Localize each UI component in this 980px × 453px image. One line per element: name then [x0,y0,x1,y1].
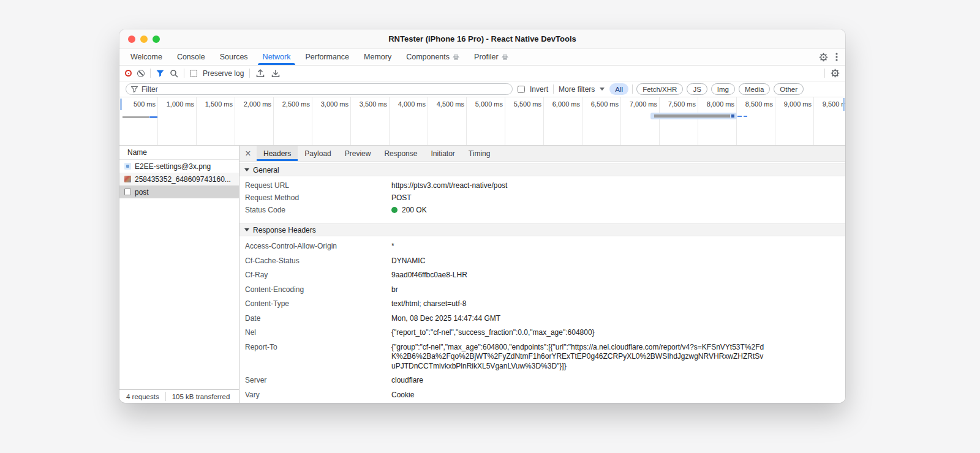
network-settings-gear-icon[interactable] [831,69,840,78]
chevron-down-icon [600,88,605,91]
tab-memory[interactable]: Memory [356,49,399,65]
filter-chip-media[interactable]: Media [739,83,770,95]
detail-tab-preview[interactable]: Preview [338,146,378,161]
tab-label: Network [263,53,291,61]
header-value: DYNAMIC [391,256,845,266]
waterfall-edge-right [843,98,845,111]
section-header-response-headers[interactable]: Response Headers [239,223,845,236]
collapse-triangle-icon [244,168,249,171]
search-icon[interactable] [170,69,178,78]
filter-input[interactable] [141,85,507,94]
filter-chip-other[interactable]: Other [774,83,804,95]
tab-network[interactable]: Network [255,49,298,65]
kebab-menu-icon[interactable] [835,52,838,62]
timeline-tick: 3,500 ms [351,97,390,145]
minimize-window-button[interactable] [140,36,148,43]
timeline-tick: 5,000 ms [467,97,505,145]
timeline-ruler: 500 ms1,000 ms1,500 ms2,000 ms2,500 ms3,… [119,97,845,145]
invert-label: Invert [530,85,548,94]
timeline-tick: 7,500 ms [660,97,698,145]
waterfall-bar-early-blue [149,116,157,118]
react-atom-icon [453,54,459,61]
toolbar-divider [184,69,184,78]
window-title: RNTester (iPhone 16 Pro) - React Native … [119,34,845,43]
request-row-258435352-648609743160[interactable]: 258435352_648609743160... [119,173,239,185]
request-row-e2ee-settings-3x-png[interactable]: E2EE-settings@3x.png [119,160,239,173]
filter-funnel-icon[interactable] [156,70,164,77]
filter-chip-img[interactable]: Img [711,83,735,95]
name-column-header[interactable]: Name [119,146,239,160]
timeline-tick: 6,500 ms [582,97,621,145]
section-title: General [253,166,279,174]
traffic-lights [119,36,160,43]
request-list-rows: E2EE-settings@3x.png258435352_6486097431… [119,160,239,389]
react-atom-icon [502,54,508,61]
header-name: Server [239,376,391,386]
detail-tab-timing[interactable]: Timing [462,146,497,161]
status-divider [165,392,166,401]
header-row: Nel{"report_to":"cf-nel","success_fracti… [239,326,845,340]
tab-label: Components [406,53,450,61]
document-icon [124,189,131,195]
header-name: Request Method [239,192,391,204]
more-filters-button[interactable]: More filters [559,85,605,94]
tab-performance[interactable]: Performance [298,49,356,65]
header-value: 200 OK [391,204,845,216]
header-value: 9aad0f46ffbc0ae8-LHR [391,271,845,280]
tab-components[interactable]: Components [399,49,467,65]
header-name: Cf-Ray [239,271,391,280]
request-count: 4 requests [126,393,159,400]
detail-tab-initiator[interactable]: Initiator [424,146,461,161]
waterfall-edge-left [120,99,122,110]
section-rows-general: Request URLhttps://ptsv3.com/t/react-nat… [239,176,845,223]
invert-checkbox[interactable] [518,86,525,93]
tab-label: Sources [220,53,248,61]
export-har-icon[interactable] [271,69,281,78]
header-row: Cf-Cache-StatusDYNAMIC [239,254,845,269]
header-row: Content-Encodingbr [239,283,845,298]
tab-label: Memory [364,53,391,61]
devtools-settings-gear-icon[interactable] [819,53,828,62]
import-har-icon[interactable] [255,69,265,78]
image-blue-icon [124,163,131,170]
filter-chip-js[interactable]: JS [687,83,707,95]
request-list-panel: Name E2EE-settings@3x.png258435352_64860… [119,146,239,403]
detail-tab-response[interactable]: Response [377,146,424,161]
header-value: br [391,285,845,295]
waterfall-bar-post-end [731,114,734,118]
request-name: post [135,188,149,197]
close-detail-icon[interactable]: × [239,146,257,161]
filter-divider [553,84,554,94]
tab-sources[interactable]: Sources [213,49,255,65]
header-name: Date [239,314,391,324]
waterfall-dash [737,116,742,117]
tab-profiler[interactable]: Profiler [467,49,516,65]
clear-network-log-button[interactable] [137,70,145,77]
header-name: Nel [239,328,391,338]
header-value: Mon, 08 Dec 2025 14:47:44 GMT [391,314,845,324]
timeline-tick: 8,500 ms [737,97,775,145]
devtools-window: RNTester (iPhone 16 Pro) - React Native … [119,29,845,403]
network-status-bar: 4 requests 105 kB transferred [119,389,239,403]
header-row: Access-Control-Allow-Origin* [239,239,845,254]
close-window-button[interactable] [128,36,135,43]
filter-chip-fetch-xhr[interactable]: Fetch/XHR [636,83,683,95]
timeline-tick: 2,000 ms [235,97,274,145]
request-row-post[interactable]: post [119,185,239,198]
timeline-tick: 6,000 ms [544,97,582,145]
tab-welcome[interactable]: Welcome [123,49,170,65]
tab-console[interactable]: Console [170,49,213,65]
section-header-general[interactable]: General [239,163,845,176]
network-overview-timeline[interactable]: 500 ms1,000 ms1,500 ms2,000 ms2,500 ms3,… [119,97,845,146]
timeline-tick: 500 ms [119,97,158,145]
detail-tab-headers[interactable]: Headers [257,146,298,161]
detail-tab-payload[interactable]: Payload [298,146,337,161]
filter-chip-all[interactable]: All [609,83,628,95]
preserve-log-checkbox[interactable] [190,70,197,77]
header-row: DateMon, 08 Dec 2025 14:47:44 GMT [239,312,845,326]
record-network-log-button[interactable] [125,70,132,77]
zoom-window-button[interactable] [153,36,160,43]
main-tab-strip: WelcomeConsoleSourcesNetworkPerformanceM… [119,49,845,66]
header-value: {"group":"cf-nel","max_age":604800,"endp… [391,343,781,372]
filter-input-pill[interactable] [126,83,513,95]
